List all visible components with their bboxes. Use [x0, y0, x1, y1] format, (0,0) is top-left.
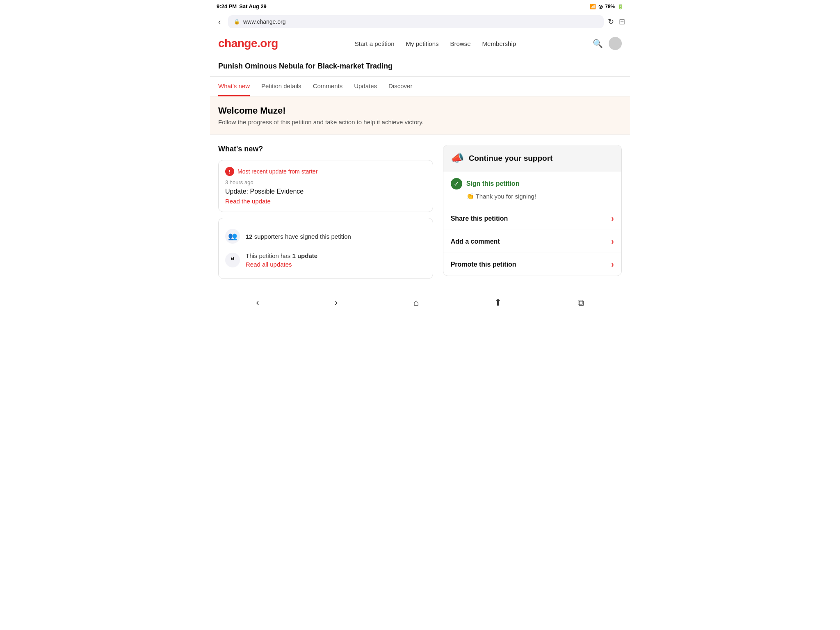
avatar[interactable] [609, 37, 622, 50]
nav-links: Start a petition My petitions Browse Mem… [355, 40, 516, 47]
welcome-banner: Welcome Muze! Follow the progress of thi… [210, 96, 630, 135]
nav-share-button[interactable]: ⬆ [489, 295, 507, 310]
page-title: Punish Ominous Nebula for Black-market T… [218, 62, 622, 71]
updates-row: ❝ This petition has 1 update Read all up… [225, 248, 426, 272]
supporters-card: 👥 12 supporters have signed this petitio… [218, 218, 433, 279]
tab-comments[interactable]: Comments [313, 77, 343, 96]
bottom-nav: ‹ › ⌂ ⬆ ⧉ [210, 289, 630, 316]
update-badge: ! Most recent update from starter [225, 167, 426, 176]
battery-percent: 78% [605, 4, 615, 9]
update-card: ! Most recent update from starter 3 hour… [218, 160, 433, 212]
supporters-text: 12 supporters have signed this petition [246, 233, 351, 240]
bookmark-button[interactable]: ⊟ [619, 17, 625, 26]
quotes-icon: ❝ [225, 253, 240, 267]
browser-back-button[interactable]: ‹ [215, 16, 224, 28]
whats-new-title: What's new? [218, 145, 433, 153]
read-all-updates-link[interactable]: Read all updates [246, 261, 317, 268]
thank-you-text: 👏 Thank you for signing! [451, 193, 614, 200]
nav-browse[interactable]: Browse [450, 40, 471, 47]
tab-discover[interactable]: Discover [388, 77, 412, 96]
page-title-bar: Punish Ominous Nebula for Black-market T… [210, 56, 630, 77]
nav-back-button[interactable]: ‹ [251, 295, 264, 310]
updates-text: This petition has 1 update Read all upda… [246, 252, 317, 268]
nav-start-petition[interactable]: Start a petition [355, 40, 395, 47]
promote-label: Promote this petition [451, 261, 516, 268]
nav-my-petitions[interactable]: My petitions [406, 40, 439, 47]
url-bar[interactable]: 🔒 www.change.org [228, 15, 604, 28]
status-date: Sat Aug 29 [239, 3, 267, 9]
promote-action-row[interactable]: Promote this petition › [443, 253, 621, 276]
site-logo[interactable]: change.org [218, 37, 278, 50]
search-icon[interactable]: 🔍 [593, 39, 603, 48]
nav-tabs-button[interactable]: ⧉ [573, 295, 589, 310]
nav-actions: 🔍 [593, 37, 622, 50]
circle-icon: ◎ [598, 4, 603, 9]
read-update-link[interactable]: Read the update [225, 198, 271, 205]
update-time: 3 hours ago [225, 179, 426, 185]
add-comment-label: Add a comment [451, 238, 500, 245]
site-header: change.org Start a petition My petitions… [210, 31, 630, 56]
support-card: 📣 Continue your support ✓ Sign this peti… [443, 145, 622, 276]
sign-label[interactable]: Sign this petition [466, 180, 520, 187]
welcome-heading: Welcome Muze! [218, 105, 622, 116]
left-column: What's new? ! Most recent update from st… [218, 145, 433, 279]
tab-petition-details[interactable]: Petition details [261, 77, 301, 96]
badge-text: Most recent update from starter [237, 168, 317, 175]
share-chevron-icon: › [611, 214, 614, 223]
status-bar: 9:24 PM Sat Aug 29 📶 ◎ 78% 🔋 [210, 0, 630, 13]
check-icon: ✓ [451, 178, 462, 189]
supporters-label: supporters have signed this petition [253, 233, 351, 240]
nav-home-button[interactable]: ⌂ [409, 295, 424, 310]
lock-icon: 🔒 [234, 19, 240, 25]
welcome-subtext: Follow the progress of this petition and… [218, 119, 622, 126]
updates-count: 1 update [292, 252, 317, 259]
main-content: What's new? ! Most recent update from st… [210, 135, 630, 289]
add-comment-action-row[interactable]: Add a comment › [443, 230, 621, 253]
url-text: www.change.org [243, 18, 598, 25]
supporters-row: 👥 12 supporters have signed this petitio… [225, 225, 426, 248]
supporters-icon: 👥 [225, 229, 240, 244]
promote-chevron-icon: › [611, 260, 614, 269]
supporters-count: 12 [246, 233, 253, 240]
megaphone-icon: 📣 [451, 152, 464, 164]
alert-icon: ! [225, 167, 234, 176]
browser-actions: ↻ ⊟ [608, 17, 625, 26]
tabs-bar: What's new Petition details Comments Upd… [210, 77, 630, 96]
updates-prefix: This petition has [246, 252, 292, 259]
tab-updates[interactable]: Updates [354, 77, 377, 96]
refresh-button[interactable]: ↻ [608, 17, 614, 26]
share-label: Share this petition [451, 215, 508, 222]
nav-membership[interactable]: Membership [482, 40, 516, 47]
support-card-header: 📣 Continue your support [443, 145, 621, 171]
nav-forward-button[interactable]: › [330, 295, 342, 310]
sign-section: ✓ Sign this petition 👏 Thank you for sig… [443, 171, 621, 207]
browser-bar: ‹ 🔒 www.change.org ↻ ⊟ [210, 13, 630, 31]
status-time: 9:24 PM [217, 3, 237, 9]
sign-top: ✓ Sign this petition [451, 178, 614, 189]
share-action-row[interactable]: Share this petition › [443, 207, 621, 230]
update-title: Update: Possible Evidence [225, 188, 426, 195]
tab-whats-new[interactable]: What's new [218, 77, 250, 96]
support-card-title: Continue your support [469, 154, 553, 163]
battery-icon: 🔋 [617, 4, 623, 9]
right-column: 📣 Continue your support ✓ Sign this peti… [443, 145, 622, 276]
add-comment-chevron-icon: › [611, 237, 614, 246]
wifi-icon: 📶 [590, 4, 596, 9]
